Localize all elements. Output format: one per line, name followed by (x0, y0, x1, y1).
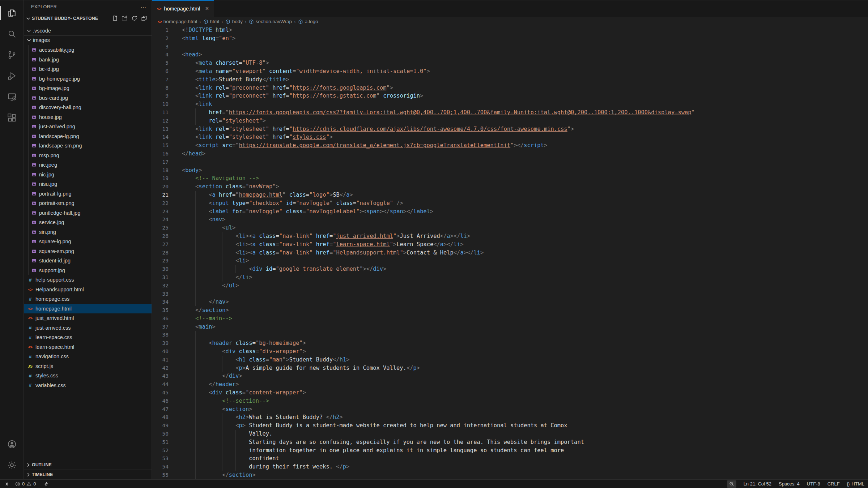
account-icon[interactable] (0, 434, 24, 455)
line-number[interactable]: 48 (152, 413, 174, 421)
code-line-content[interactable]: <li> (174, 257, 868, 265)
code-line-content[interactable]: <header class="bg-homeimage"> (174, 339, 868, 347)
code-line-22[interactable]: 22 <input type="checkbox" id="navToggle"… (152, 199, 868, 207)
line-number[interactable]: 33 (152, 290, 174, 298)
tree-folder-images[interactable]: images (24, 36, 152, 46)
code-line-9[interactable]: 9 <link rel="preconnect" href="https://f… (152, 92, 868, 100)
tree-file-landscape-lg.png[interactable]: landscape-lg.png (24, 132, 152, 141)
code-line-content[interactable]: <title>Student Buddy</title> (174, 76, 868, 84)
code-line-content[interactable]: <nav> (174, 215, 868, 224)
code-line-10[interactable]: 10 <link (152, 100, 868, 108)
code-line-content[interactable]: Valley. (174, 430, 868, 438)
more-actions-icon[interactable]: ⋯ (140, 4, 146, 10)
code-line-29[interactable]: 29 <li> (152, 257, 868, 265)
code-line-54[interactable]: 54 during their first weeks. </p> (152, 463, 868, 471)
line-number[interactable]: 14 (152, 133, 174, 141)
tree-file-navigation.css[interactable]: #navigation.css (24, 352, 152, 361)
code-line-content[interactable]: <link rel="preconnect" href="https://fon… (174, 84, 868, 92)
code-line-37[interactable]: 37 <main> (152, 323, 868, 331)
code-line-55[interactable]: 55 </section> (152, 471, 868, 479)
code-line-41[interactable]: 41 <h1 class="man">Student Buddy</h1> (152, 356, 868, 364)
line-number[interactable]: 50 (152, 430, 174, 438)
code-line-content[interactable]: </div> (174, 372, 868, 380)
line-number[interactable]: 44 (152, 380, 174, 389)
line-number[interactable]: 39 (152, 339, 174, 347)
code-line-content[interactable]: <section> (174, 405, 868, 414)
code-line-content[interactable]: <html lang="en"> (174, 34, 868, 43)
code-line-content[interactable]: </li> (174, 273, 868, 282)
code-line-content[interactable] (174, 331, 868, 339)
breadcrumb-item-a.logo[interactable]: a.logo (298, 19, 318, 24)
code-line-44[interactable]: 44 </header> (152, 380, 868, 389)
line-number[interactable]: 24 (152, 215, 174, 224)
code-line-35[interactable]: 35 </section> (152, 306, 868, 314)
line-number[interactable]: 30 (152, 265, 174, 273)
code-line-8[interactable]: 8 <link rel="preconnect" href="https://f… (152, 84, 868, 92)
code-line-content[interactable]: <!--section--> (174, 397, 868, 405)
tree-file-bg-homepage.jpg[interactable]: bg-homepage.jpg (24, 74, 152, 84)
code-line-content[interactable]: during their first weeks. </p> (174, 463, 868, 471)
outline-panel-header[interactable]: OUTLINE (24, 460, 152, 470)
code-line-50[interactable]: 50 Valley. (152, 430, 868, 438)
code-line-30[interactable]: 30 <div id="google_translate_element"></… (152, 265, 868, 273)
code-line-6[interactable]: 6 <meta name="viewport" content="width=d… (152, 67, 868, 76)
code-line-31[interactable]: 31 </li> (152, 273, 868, 282)
line-number[interactable]: 26 (152, 232, 174, 240)
line-number[interactable]: 41 (152, 356, 174, 364)
code-line-46[interactable]: 46 <!--section--> (152, 397, 868, 405)
code-line-content[interactable]: <label for="navToggle" class="navToggleL… (174, 207, 868, 216)
indentation-setting[interactable]: Spaces: 4 (779, 481, 800, 487)
code-line-content[interactable] (174, 43, 868, 51)
code-line-13[interactable]: 13 <link rel="stylesheet" href="https://… (152, 125, 868, 133)
problems-indicator[interactable]: 0 0 (15, 481, 36, 487)
line-number[interactable]: 6 (152, 67, 174, 76)
tree-file-discovery-hall.png[interactable]: discovery-hall.png (24, 103, 152, 112)
line-number[interactable]: 3 (152, 43, 174, 51)
extensions-icon[interactable] (0, 107, 24, 128)
code-line-content[interactable]: <h2>What is Student Buddy? </h2> (174, 413, 868, 421)
code-line-47[interactable]: 47 <section> (152, 405, 868, 414)
collapse-all-icon[interactable] (141, 15, 147, 21)
line-number[interactable]: 29 (152, 257, 174, 265)
tree-file-bg-image.jpg[interactable]: bg-image.jpg (24, 84, 152, 93)
tree-file-acessability.jpg[interactable]: acessability.jpg (24, 45, 152, 55)
line-number[interactable]: 32 (152, 282, 174, 290)
line-number[interactable]: 18 (152, 166, 174, 175)
explorer-files-icon[interactable] (0, 3, 24, 23)
encoding-setting[interactable]: UTF-8 (807, 481, 820, 487)
code-line-content[interactable]: <div id="google_translate_element"></div… (174, 265, 868, 273)
line-number[interactable]: 7 (152, 76, 174, 84)
timeline-panel-header[interactable]: TIMELINE (24, 470, 152, 479)
tree-file-puntledge-hall.jpg[interactable]: puntledge-hall.jpg (24, 208, 152, 218)
chevron-down-icon[interactable] (26, 37, 32, 43)
code-line-14[interactable]: 14 <link rel="stylesheet" href="styles.c… (152, 133, 868, 141)
code-line-12[interactable]: 12 rel="stylesheet"> (152, 117, 868, 125)
eol-setting[interactable]: CRLF (827, 481, 840, 487)
code-line-3[interactable]: 3 (152, 43, 868, 51)
code-line-18[interactable]: 18<body> (152, 166, 868, 175)
code-line-content[interactable]: <li><a class="nav-link" href="learn-spac… (174, 240, 868, 249)
refresh-icon[interactable] (131, 15, 137, 21)
settings-gear-icon[interactable] (0, 455, 24, 476)
code-line-content[interactable]: <a href="homepage.html" class="logo">SB<… (174, 191, 868, 199)
tree-file-learn-space.html[interactable]: <>learn-space.html (24, 342, 152, 352)
line-number[interactable]: 43 (152, 372, 174, 380)
code-line-36[interactable]: 36 <!--main--> (152, 314, 868, 323)
line-number[interactable]: 31 (152, 273, 174, 282)
code-line-content[interactable]: </header> (174, 380, 868, 389)
tree-file-square-sm.png[interactable]: square-sm.png (24, 247, 152, 256)
tree-file-msp.png[interactable]: msp.png (24, 151, 152, 160)
tree-file-just_arrived.html[interactable]: <>just_arrived.html (24, 313, 152, 323)
line-number[interactable]: 8 (152, 84, 174, 92)
line-number[interactable]: 5 (152, 59, 174, 67)
code-line-34[interactable]: 34 </nav> (152, 298, 868, 306)
breadcrumb-item-homepage.html[interactable]: <>homepage.html (158, 19, 197, 24)
tree-file-just-arrived.css[interactable]: #just-arrived.css (24, 323, 152, 333)
line-number[interactable]: 1 (152, 26, 174, 34)
tree-file-bank.jpg[interactable]: bank.jpg (24, 55, 152, 65)
line-number[interactable]: 34 (152, 298, 174, 306)
code-line-32[interactable]: 32 </ul> (152, 282, 868, 290)
line-number[interactable]: 45 (152, 389, 174, 397)
code-line-33[interactable]: 33 (152, 290, 868, 298)
tree-file-nic.jpg[interactable]: nic.jpg (24, 170, 152, 180)
